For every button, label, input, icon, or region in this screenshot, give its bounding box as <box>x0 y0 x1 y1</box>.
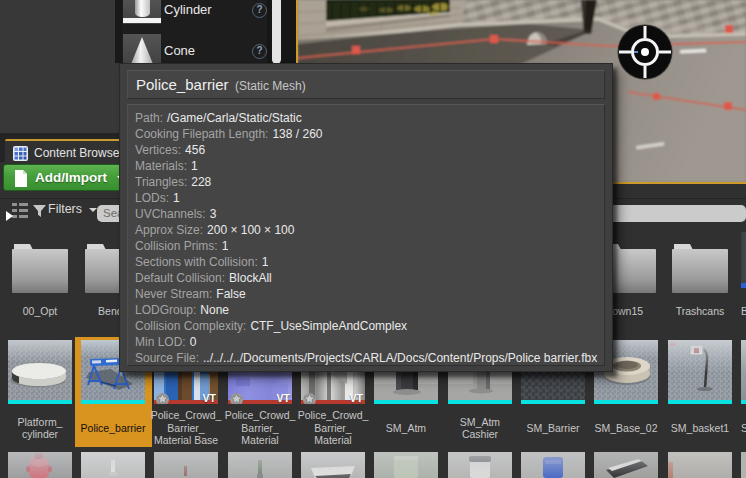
engine-content-star-icon <box>155 392 170 404</box>
folder-item[interactable] <box>668 242 732 294</box>
folder-item[interactable] <box>8 242 72 294</box>
thumbnail-haze <box>228 452 292 478</box>
cone-icon <box>123 34 161 63</box>
tooltip-detail-row: Source File:../../../../Documents/Projec… <box>135 351 604 367</box>
engine-content-star-icon <box>229 392 244 404</box>
tooltip-detail-row: Sections with Collision:1 <box>135 255 604 271</box>
tooltip-detail-row: LODs:1 <box>135 191 604 207</box>
asset-label[interactable]: B <box>741 305 746 317</box>
cone-shape-thumbnail[interactable] <box>123 34 161 63</box>
place-item-cylinder[interactable]: Cylinder <box>164 2 212 17</box>
thumbnail-haze <box>8 452 72 478</box>
asset-tile[interactable] <box>154 452 218 478</box>
panel-divider <box>115 0 122 63</box>
asset-tile[interactable] <box>228 452 292 478</box>
asset-thumbnail <box>8 452 72 478</box>
tooltip-header: Police_barrier (Static Mesh) <box>127 70 605 99</box>
asset-thumbnail <box>741 340 746 400</box>
asset-thumbnail <box>668 452 732 478</box>
add-import-button[interactable]: Add/Import <box>3 164 134 191</box>
tooltip-detail-row: LODGroup:None <box>135 303 604 319</box>
asset-tile[interactable] <box>668 452 732 478</box>
tooltip-detail-row: Path:/Game/Carla/Static/Static <box>135 111 604 127</box>
asset-label[interactable]: SM_Barrier <box>516 407 590 449</box>
tooltip-asset-type: (Static Mesh) <box>235 79 306 93</box>
tooltip-detail-row: Never Stream:False <box>135 287 604 303</box>
asset-label[interactable]: S <box>741 407 746 449</box>
static-mesh-color-strip <box>448 400 512 404</box>
virtual-texture-badge: VT <box>277 392 290 404</box>
asset-tile[interactable] <box>741 232 746 288</box>
help-question-icon[interactable]: ? <box>252 3 267 18</box>
thumbnail-haze <box>448 452 512 478</box>
asset-thumbnail <box>594 452 658 478</box>
virtual-texture-badge: VT <box>203 392 216 404</box>
place-item-cone[interactable]: Cone <box>164 43 195 58</box>
add-import-label: Add/Import <box>35 170 107 185</box>
expand-sources-arrow-icon <box>6 211 13 221</box>
asset-label[interactable]: SM_Atm Cashier <box>443 407 517 449</box>
asset-thumbnail <box>374 452 438 478</box>
thumbnail-haze <box>594 452 658 478</box>
static-mesh-color-strip <box>8 400 72 404</box>
asset-tile[interactable] <box>301 452 365 478</box>
asset-thumbnail <box>741 452 746 478</box>
asset-label[interactable]: SM_basket1 <box>663 407 737 449</box>
tooltip-detail-row: Cooking Filepath Length:138 / 260 <box>135 127 604 143</box>
thumbnail-haze <box>668 452 732 478</box>
engine-content-star-icon <box>302 392 317 404</box>
content-browser-icon <box>13 146 28 161</box>
tooltip-details: Path:/Game/Carla/Static/Static Cooking F… <box>127 104 605 366</box>
chevron-down-icon[interactable] <box>89 208 97 212</box>
asset-tile[interactable] <box>8 340 72 404</box>
thumbnail-haze <box>668 340 732 400</box>
static-mesh-color-strip <box>521 400 585 404</box>
help-question-icon[interactable]: ? <box>252 44 267 59</box>
tooltip-detail-row: Approx Size:200 × 100 × 100 <box>135 223 604 239</box>
tooltip-detail-row: Materials:1 <box>135 159 604 175</box>
asset-label[interactable]: Platform_ cylinder <box>3 407 77 449</box>
filters-button[interactable]: Filters <box>48 202 82 216</box>
asset-label[interactable]: SM_Atm <box>369 407 443 449</box>
cylinder-shape-thumbnail[interactable] <box>123 0 161 24</box>
tooltip-asset-name: Police_barrier <box>136 76 229 93</box>
asset-tile[interactable] <box>521 452 585 478</box>
asset-label[interactable]: SM_Base_02 <box>589 407 663 449</box>
asset-thumbnail <box>668 340 732 400</box>
asset-tile[interactable] <box>81 452 145 478</box>
content-browser-tab-label: Content Browser <box>34 146 123 160</box>
asset-tooltip: Police_barrier (Static Mesh) Path:/Game/… <box>119 63 613 372</box>
asset-tile[interactable] <box>8 452 72 478</box>
tooltip-detail-row: Vertices:456 <box>135 143 604 159</box>
thumbnail-haze <box>81 452 145 478</box>
place-panel-scrollbar[interactable] <box>272 0 281 63</box>
thumbnail-haze <box>8 340 72 400</box>
cylinder-icon <box>135 0 150 17</box>
asset-label[interactable]: Police_Crowd_ Barrier_ Material Base <box>149 407 223 449</box>
filter-funnel-icon[interactable] <box>33 205 46 217</box>
asset-tile[interactable] <box>668 340 732 404</box>
asset-label[interactable]: Police_Crowd_ Barrier_ Material <box>296 407 370 449</box>
asset-tile[interactable] <box>448 452 512 478</box>
asset-tile[interactable] <box>374 452 438 478</box>
left-empty-panel <box>0 0 119 133</box>
asset-thumbnail <box>8 340 72 400</box>
asset-tile[interactable] <box>741 340 746 404</box>
static-mesh-color-strip <box>741 400 746 404</box>
toggle-sources-panel-button[interactable] <box>6 202 28 222</box>
tooltip-detail-row: Triangles:228 <box>135 175 604 191</box>
thumbnail-haze <box>374 452 438 478</box>
asset-label-selected[interactable]: Police_barrier <box>76 407 150 449</box>
static-mesh-color-strip <box>374 400 438 404</box>
folder-label[interactable]: Trashcans <box>663 305 737 317</box>
thumbnail-haze <box>521 452 585 478</box>
tooltip-detail-row: Min LOD:0 <box>135 335 604 351</box>
unreal-editor-screenshot: Cylinder ? Cone ? <box>0 0 746 478</box>
asset-tile[interactable] <box>594 452 658 478</box>
asset-tile[interactable] <box>741 452 746 478</box>
tooltip-detail-row: Collision Complexity:CTF_UseSimpleAndCom… <box>135 319 604 335</box>
folder-label[interactable]: 00_Opt <box>3 305 77 317</box>
thumbnail-haze <box>301 452 365 478</box>
new-asset-icon <box>14 170 28 187</box>
asset-label[interactable]: Police_Crowd_ Barrier_ Material <box>223 407 297 449</box>
